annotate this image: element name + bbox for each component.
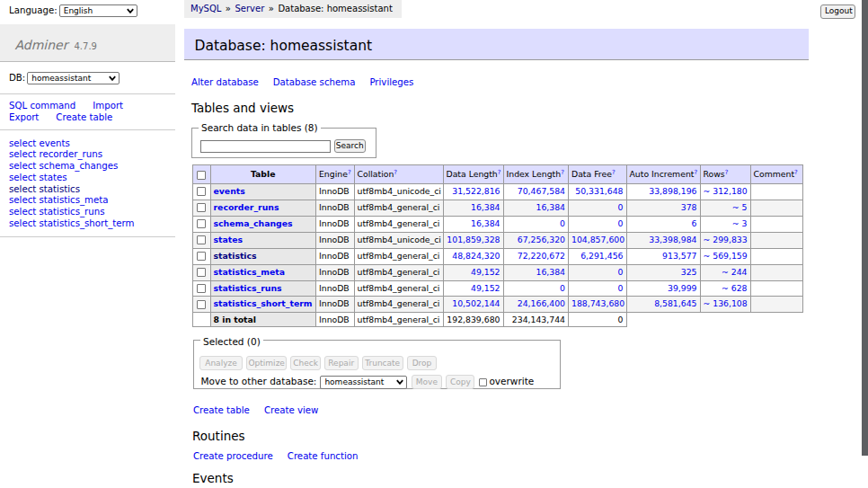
db-select[interactable]: homeassistant xyxy=(27,72,120,84)
search-button[interactable]: Search xyxy=(334,139,366,154)
sidebar-table-link-statistics_runs[interactable]: statistics_runs xyxy=(40,207,105,217)
sidebar-table-link-recorder_runs[interactable]: recorder_runs xyxy=(40,149,103,159)
scrollbar-thumb[interactable] xyxy=(862,0,868,456)
table-link-events[interactable]: events xyxy=(214,186,245,196)
cell-data-length[interactable]: 48,824,320 xyxy=(452,251,500,261)
cell-data-length[interactable]: 101,859,328 xyxy=(447,235,500,244)
sidebar-link-export[interactable]: Export xyxy=(9,112,39,122)
cell-index-length[interactable]: 67,256,320 xyxy=(518,235,565,244)
sidebar-select-link-statistics_short_term[interactable]: select xyxy=(9,218,36,228)
cell-auto-increment[interactable]: 6 xyxy=(692,218,697,228)
cell-rows[interactable]: ~ 299,833 xyxy=(704,235,748,244)
cell-auto-increment[interactable]: 8,581,645 xyxy=(654,298,696,308)
sidebar-table-link-schema_changes[interactable]: schema_changes xyxy=(40,161,119,171)
cell-data-free[interactable]: 104,857,600 xyxy=(571,235,624,244)
cell-data-free[interactable]: 6,291,456 xyxy=(580,251,623,261)
help-link[interactable]: ? xyxy=(498,169,501,176)
optimize-button[interactable]: Optimize xyxy=(246,356,288,370)
sidebar-table-link-states[interactable]: states xyxy=(40,173,67,182)
row-checkbox-recorder_runs[interactable] xyxy=(197,203,206,212)
help-link[interactable]: ? xyxy=(612,169,616,176)
cell-data-length[interactable]: 10,502,144 xyxy=(452,298,500,308)
search-input[interactable] xyxy=(200,140,331,153)
help-link[interactable]: ? xyxy=(794,169,798,176)
cell-rows[interactable]: ~ 244 xyxy=(722,267,748,277)
sidebar-select-link-statistics[interactable]: select xyxy=(9,184,36,194)
link-create-function[interactable]: Create function xyxy=(288,451,359,461)
cell-data-free[interactable]: 50,331,648 xyxy=(575,186,623,196)
cell-data-length[interactable]: 16,384 xyxy=(471,218,500,228)
cell-index-length[interactable]: 16,384 xyxy=(536,202,565,212)
row-checkbox-states[interactable] xyxy=(197,235,206,244)
cell-rows[interactable]: ~ 312,180 xyxy=(704,186,748,196)
select-all-checkbox[interactable] xyxy=(197,171,206,180)
row-checkbox-events[interactable] xyxy=(197,187,206,196)
link-create-procedure[interactable]: Create procedure xyxy=(193,451,273,461)
cell-data-length[interactable]: 49,152 xyxy=(471,283,500,293)
breadcrumb-link-server[interactable]: Server xyxy=(235,4,264,13)
sidebar-select-link-statistics_runs[interactable]: select xyxy=(9,207,36,217)
cell-index-length[interactable]: 16,384 xyxy=(536,267,565,277)
row-checkbox-statistics_meta[interactable] xyxy=(197,268,206,277)
sidebar-link-create-table[interactable]: Create table xyxy=(56,112,112,122)
cell-rows[interactable]: ~ 628 xyxy=(722,283,748,293)
drop-button[interactable]: Drop xyxy=(407,356,438,370)
table-link-states[interactable]: states xyxy=(214,235,244,244)
sidebar-link-import[interactable]: Import xyxy=(93,101,123,111)
truncate-button[interactable]: Truncate xyxy=(362,356,403,370)
breadcrumb-link-mysql[interactable]: MySQL xyxy=(190,4,221,13)
sidebar-table-link-statistics[interactable]: statistics xyxy=(40,184,80,194)
link-privileges[interactable]: Privileges xyxy=(369,77,413,87)
cell-index-length[interactable]: 72,220,672 xyxy=(518,251,565,261)
table-link-recorder_runs[interactable]: recorder_runs xyxy=(214,202,279,212)
copy-button[interactable]: Copy xyxy=(446,375,474,389)
cell-auto-increment[interactable]: 913,577 xyxy=(662,251,696,261)
link-create-table[interactable]: Create table xyxy=(193,405,250,415)
sidebar-select-link-recorder_runs[interactable]: select xyxy=(9,149,36,159)
sidebar-table-link-statistics_meta[interactable]: statistics_meta xyxy=(40,195,109,205)
help-link[interactable]: ? xyxy=(694,169,697,176)
sidebar-select-link-schema_changes[interactable]: select xyxy=(9,161,36,171)
table-link-statistics_meta[interactable]: statistics_meta xyxy=(214,267,285,277)
analyze-button[interactable]: Analyze xyxy=(199,356,244,370)
cell-rows[interactable]: ~ 5 xyxy=(732,202,748,212)
cell-rows[interactable]: ~ 569,159 xyxy=(704,251,748,261)
help-link[interactable]: ? xyxy=(394,169,397,176)
sidebar-select-link-states[interactable]: select xyxy=(9,173,36,182)
cell-index-length[interactable]: 70,467,584 xyxy=(518,186,565,196)
logout-button[interactable]: Logout xyxy=(820,4,855,19)
sidebar-table-link-events[interactable]: events xyxy=(40,138,70,148)
help-link[interactable]: ? xyxy=(348,169,351,176)
overwrite-checkbox[interactable] xyxy=(479,378,487,386)
cell-auto-increment[interactable]: 39,999 xyxy=(668,283,697,293)
link-database-schema[interactable]: Database schema xyxy=(273,77,356,87)
sidebar-select-link-events[interactable]: select xyxy=(9,138,36,148)
table-link-statistics_short_term[interactable]: statistics_short_term xyxy=(214,298,313,308)
row-checkbox-statistics_short_term[interactable] xyxy=(197,300,206,309)
cell-auto-increment[interactable]: 378 xyxy=(681,202,697,212)
link-create-view[interactable]: Create view xyxy=(264,405,319,415)
cell-auto-increment[interactable]: 33,398,984 xyxy=(649,235,696,244)
repair-button[interactable]: Repair xyxy=(324,356,359,370)
move-button[interactable]: Move xyxy=(412,375,442,389)
check-button[interactable]: Check xyxy=(290,356,321,370)
cell-rows[interactable]: ~ 136,108 xyxy=(704,298,748,308)
cell-data-length[interactable]: 49,152 xyxy=(471,267,500,277)
cell-data-length[interactable]: 16,384 xyxy=(471,202,500,212)
sidebar-select-link-statistics_meta[interactable]: select xyxy=(9,195,36,205)
table-link-statistics[interactable]: statistics xyxy=(214,251,257,261)
cell-index-length[interactable]: 24,166,400 xyxy=(518,298,565,308)
cell-data-free[interactable]: 0 xyxy=(618,267,624,277)
cell-data-free[interactable]: 188,743,680 xyxy=(571,298,624,308)
sidebar-link-sql-command[interactable]: SQL command xyxy=(9,101,75,111)
help-link[interactable]: ? xyxy=(561,169,564,176)
cell-data-free[interactable]: 0 xyxy=(618,283,624,293)
link-alter-database[interactable]: Alter database xyxy=(191,77,259,87)
table-link-statistics_runs[interactable]: statistics_runs xyxy=(214,283,282,293)
help-link[interactable]: ? xyxy=(725,169,729,176)
sidebar-table-link-statistics_short_term[interactable]: statistics_short_term xyxy=(40,218,135,228)
table-link-schema_changes[interactable]: schema_changes xyxy=(214,218,293,228)
row-checkbox-statistics_runs[interactable] xyxy=(197,284,206,293)
cell-index-length[interactable]: 0 xyxy=(560,283,565,293)
language-select[interactable]: English xyxy=(59,4,137,17)
